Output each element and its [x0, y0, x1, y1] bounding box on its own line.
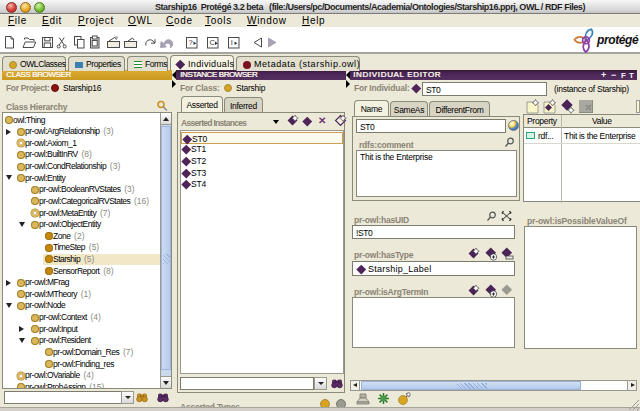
svg-text:I: I: [231, 38, 233, 47]
svg-text:?: ?: [189, 38, 193, 47]
svg-text:C: C: [210, 38, 216, 47]
